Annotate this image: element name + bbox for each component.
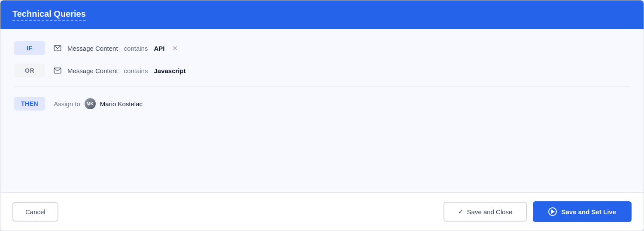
or-condition-row: OR Message Content contains Javascript: [14, 64, 630, 77]
then-badge[interactable]: THEN: [14, 97, 45, 111]
avatar-initials: MK: [85, 98, 96, 109]
save-and-close-button[interactable]: ✓ Save and Close: [444, 202, 527, 222]
message-icon-if: [54, 45, 61, 51]
if-condition-content: Message Content contains API ✕: [54, 44, 178, 52]
user-avatar: MK: [85, 98, 96, 109]
or-condition-content: Message Content contains Javascript: [54, 67, 186, 74]
footer-actions: ✓ Save and Close Save and Set Live: [444, 201, 632, 222]
if-operator-label: contains: [124, 45, 148, 52]
checkmark-icon: ✓: [458, 208, 464, 216]
save-and-set-live-button[interactable]: Save and Set Live: [533, 201, 632, 222]
play-triangle: [551, 209, 555, 214]
modal-footer: Cancel ✓ Save and Close Save and Set Liv…: [0, 192, 644, 231]
play-icon: [548, 207, 557, 216]
message-icon-or: [54, 68, 61, 74]
or-badge[interactable]: OR: [14, 64, 45, 77]
or-value-label: Javascript: [154, 67, 185, 74]
assign-to-label: Assign to: [54, 100, 80, 108]
if-value-label: API: [154, 45, 164, 52]
section-divider: [14, 86, 630, 86]
save-live-label: Save and Set Live: [561, 208, 616, 216]
modal-body: IF Message Content contains API ✕ OR: [0, 29, 644, 192]
if-remove-button[interactable]: ✕: [172, 44, 178, 52]
if-field-label: Message Content: [67, 45, 118, 52]
or-operator-label: contains: [124, 67, 148, 74]
assignee-name: Mario Kostelac: [100, 100, 143, 108]
then-row: THEN Assign to MK Mario Kostelac: [14, 97, 630, 111]
save-close-label: Save and Close: [467, 208, 513, 216]
cancel-button[interactable]: Cancel: [12, 202, 58, 222]
then-action-content: Assign to MK Mario Kostelac: [54, 98, 143, 109]
if-condition-row: IF Message Content contains API ✕: [14, 41, 630, 55]
modal-title: Technical Queries: [12, 9, 86, 21]
modal-header: Technical Queries: [0, 0, 644, 29]
or-field-label: Message Content: [67, 67, 118, 74]
modal-container: Technical Queries IF Message Content con…: [0, 0, 644, 231]
if-badge[interactable]: IF: [14, 41, 45, 55]
